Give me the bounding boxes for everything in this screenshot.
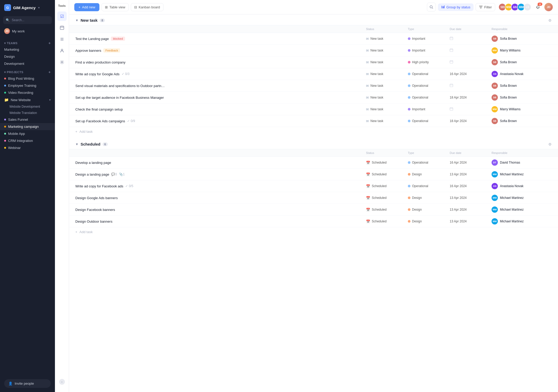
add-task-label: Add task: [80, 230, 93, 234]
my-work-avatar: JD: [4, 28, 10, 34]
task-row[interactable]: Find a video production company ✉ New ta…: [69, 56, 558, 68]
responsible-name: Anastasia Novak: [500, 72, 523, 76]
responsible-cell: SB Sofia Brown: [492, 118, 544, 124]
project-webinar[interactable]: Webinar: [0, 144, 55, 151]
sidebar-item-development[interactable]: Development: [0, 60, 55, 67]
project-label: New Website: [11, 98, 31, 102]
type-dot: [408, 49, 410, 52]
project-employee-training[interactable]: Employee Training: [0, 82, 55, 89]
project-sales-funnel[interactable]: Sales Funnel: [0, 116, 55, 123]
app-logo[interactable]: G GIM Agency ▾: [0, 0, 55, 15]
kanban-board-button[interactable]: ⊟ Kanban board: [131, 3, 164, 11]
sidebar-item-design[interactable]: Design: [0, 53, 55, 60]
logo-icon: G: [4, 4, 11, 11]
due-date-cell: 13 Apr 2024: [450, 172, 492, 176]
status-icon: ✉: [366, 119, 369, 123]
filter-button[interactable]: Filter: [476, 3, 495, 11]
section-title: New task: [81, 18, 98, 22]
status-icon: ✉: [366, 72, 369, 76]
subtask-count: ✓ 0/5: [125, 184, 133, 188]
task-row[interactable]: Develop a landing page 📅 Scheduled Opera…: [69, 157, 558, 169]
type-cell: Operational: [408, 119, 450, 123]
invite-people-button[interactable]: 👤 Invite people: [4, 379, 51, 388]
group-by-status-button[interactable]: Group by status: [438, 3, 474, 11]
project-marketing-campaign[interactable]: Marketing campaign: [0, 123, 55, 130]
project-video-recording[interactable]: Video Recording: [0, 89, 55, 96]
status-icon: 📅: [366, 161, 370, 165]
responsible-cell: MM Michael Martinez: [492, 206, 544, 213]
task-row[interactable]: Approve banners Feedback ✉ New task Impo…: [69, 45, 558, 56]
project-new-website[interactable]: 📁 New Website ▾: [0, 96, 55, 103]
project-label: Sales Funnel: [8, 118, 28, 122]
section-settings-icon[interactable]: ⚙: [548, 18, 552, 22]
kanban-icon: ⊟: [134, 5, 137, 9]
project-label: Marketing campaign: [8, 125, 39, 129]
user-avatar-button[interactable]: JD: [544, 3, 553, 11]
status-text: New task: [370, 49, 383, 52]
calendar-icon: [450, 60, 453, 64]
avatar-more[interactable]: +3: [523, 3, 531, 11]
project-mobile-app[interactable]: Mobile App: [0, 130, 55, 137]
project-website-development[interactable]: Website Development: [0, 103, 55, 110]
responsible-cell: MW Marry Williams: [492, 106, 544, 112]
due-date-cell: [450, 60, 492, 64]
tool-check[interactable]: ☑: [57, 11, 67, 21]
status-cell: 📅 Scheduled: [366, 196, 408, 200]
search-button[interactable]: [427, 3, 436, 11]
add-task-button[interactable]: + Add task: [69, 227, 558, 237]
task-row[interactable]: Check the final campaign setup ✉ New tas…: [69, 103, 558, 115]
project-blog-post-writing[interactable]: Blog Post Writing: [0, 75, 55, 82]
task-row[interactable]: Write ad copy for Facebook ads ✓ 0/5 📅 S…: [69, 180, 558, 192]
section-expand-button[interactable]: ▼: [75, 142, 78, 146]
project-label: Webinar: [8, 146, 21, 150]
section-expand-button[interactable]: ▼: [75, 19, 78, 22]
task-row[interactable]: Design Outdoor banners 📅 Scheduled Desig…: [69, 216, 558, 227]
project-website-translation[interactable]: Website Translation: [0, 110, 55, 116]
add-team-button[interactable]: +: [48, 41, 51, 45]
sidebar-item-marketing[interactable]: Marketing: [0, 46, 55, 53]
table-view-button[interactable]: ⊞ Table view: [102, 3, 129, 11]
add-new-button[interactable]: + Add new: [74, 3, 99, 11]
sidebar: G GIM Agency ▾ 🔍 Search... JD My work ▾ …: [0, 0, 55, 392]
task-row[interactable]: Write ad copy for Google Ads ✓ 0/3 ✉ New…: [69, 68, 558, 80]
add-task-button[interactable]: + Add task: [69, 127, 558, 136]
search-bar[interactable]: 🔍 Search...: [3, 16, 52, 24]
type-cell: Design: [408, 208, 450, 211]
project-dot: [4, 147, 6, 149]
task-name-cell: Develop a landing page: [75, 161, 366, 165]
avatar: MM: [492, 218, 498, 224]
type-cell: Operational: [408, 184, 450, 188]
my-work-item[interactable]: JD My work: [0, 26, 55, 36]
add-project-button[interactable]: +: [48, 70, 51, 74]
tool-calendar[interactable]: [57, 23, 67, 32]
responsible-name: Sofia Brown: [500, 37, 517, 41]
task-row[interactable]: Set up Facebook Ads campaigns ✓ 0/9 ✉ Ne…: [69, 115, 558, 127]
svg-rect-10: [450, 84, 453, 87]
tool-list[interactable]: [57, 34, 67, 44]
task-name: Design Google Ads banners: [75, 196, 118, 200]
task-row[interactable]: Send visual materials and specifications…: [69, 80, 558, 92]
responsible-name: Sofia Brown: [500, 96, 517, 99]
col-type: Type: [408, 151, 450, 154]
tool-settings[interactable]: [57, 57, 67, 67]
task-row[interactable]: Design a landing page 💬3 📎1 📅 Scheduled …: [69, 169, 558, 180]
task-name-cell: Design a landing page 💬3 📎1: [75, 172, 366, 176]
type-dot: [408, 84, 410, 87]
notifications-button[interactable]: 12: [533, 3, 542, 11]
due-date-text: 16 Apr 2024: [450, 161, 467, 164]
task-row[interactable]: Set up the target audience in Facebook B…: [69, 92, 558, 103]
invite-label: Invite people: [15, 382, 34, 385]
tool-person[interactable]: [57, 46, 67, 55]
task-row[interactable]: Design Google Ads banners 📅 Scheduled De…: [69, 192, 558, 204]
status-cell: ✉ New task: [366, 37, 408, 41]
task-row[interactable]: Test the Landing page blocked ✉ New task…: [69, 33, 558, 45]
task-row[interactable]: Design Facebook banners 📅 Scheduled Desi…: [69, 204, 558, 216]
svg-rect-6: [444, 5, 444, 8]
task-name: Send visual materials and specifications…: [75, 84, 165, 88]
section-settings-icon[interactable]: ⚙: [548, 142, 552, 146]
project-crm-integration[interactable]: CRM Integration: [0, 137, 55, 144]
sidebar-toggle-button[interactable]: ›: [59, 379, 65, 385]
attach-icon: 📎1: [119, 172, 125, 176]
calendar-icon: [450, 37, 453, 41]
folder-icon: 📁: [4, 98, 9, 102]
